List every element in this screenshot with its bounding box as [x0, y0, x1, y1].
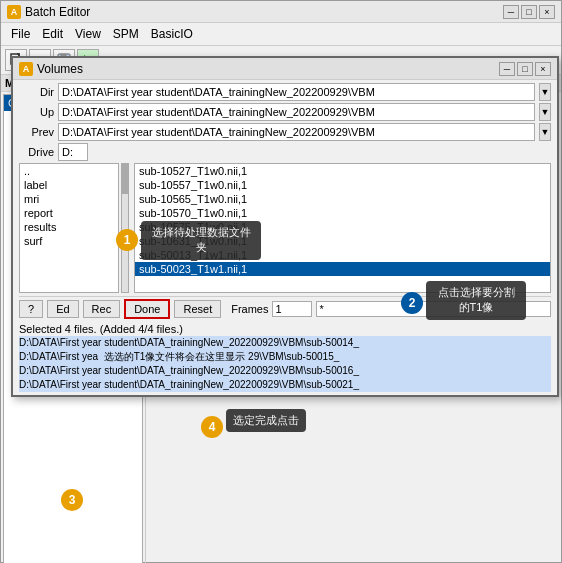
file-item-8[interactable]: sub-50023_T1w1.nii,1	[135, 262, 550, 276]
dir-tree-item-label[interactable]: label	[20, 178, 118, 192]
maximize-button[interactable]: □	[521, 5, 537, 19]
volumes-title-left: A Volumes	[19, 62, 83, 76]
volumes-maximize[interactable]: □	[517, 62, 533, 76]
annotation-circle-3: 3	[61, 489, 83, 511]
dir-tree-item-mri[interactable]: mri	[20, 192, 118, 206]
dir-label: Dir	[19, 86, 54, 98]
dir-tree-item-results[interactable]: results	[20, 220, 118, 234]
menu-edit[interactable]: Edit	[36, 25, 69, 43]
volumes-title: Volumes	[37, 62, 83, 76]
title-bar-left: A Batch Editor	[7, 5, 90, 19]
up-input[interactable]	[58, 103, 535, 121]
dir-row: Dir ▼	[19, 83, 551, 101]
dir-tree-panel: .. label mri report results surf	[19, 163, 119, 293]
close-button[interactable]: ×	[539, 5, 555, 19]
up-label: Up	[19, 106, 54, 118]
selected-files-area: Selected 4 files. (Added 4/4 files.) D:\…	[19, 323, 551, 392]
file-item-4[interactable]: sub-10570_T1w0.nii,1	[135, 206, 550, 220]
menu-spm[interactable]: SPM	[107, 25, 145, 43]
reset-button[interactable]: Reset	[174, 300, 221, 318]
window-controls: ─ □ ×	[503, 5, 555, 19]
file-item-2[interactable]: sub-10557_T1w0.nii,1	[135, 178, 550, 192]
annotation-circle-1: 1	[116, 229, 138, 251]
done-button[interactable]: Done	[124, 299, 170, 319]
drive-input[interactable]	[58, 143, 88, 161]
app-icon: A	[7, 5, 21, 19]
up-row: Up ▼	[19, 103, 551, 121]
prev-row: Prev ▼	[19, 123, 551, 141]
volumes-window: A Volumes ─ □ × Dir ▼ Up ▼	[11, 56, 559, 397]
dir-tree-item-report[interactable]: report	[20, 206, 118, 220]
prev-scroll[interactable]: ▼	[539, 123, 551, 141]
help-button[interactable]: ?	[19, 300, 43, 318]
file-item-3[interactable]: sub-10565_T1w0.nii,1	[135, 192, 550, 206]
volumes-close[interactable]: ×	[535, 62, 551, 76]
volumes-minimize[interactable]: ─	[499, 62, 515, 76]
menu-file[interactable]: File	[5, 25, 36, 43]
up-scroll[interactable]: ▼	[539, 103, 551, 121]
volumes-title-bar: A Volumes ─ □ ×	[13, 58, 557, 80]
drive-row: Drive	[19, 143, 551, 161]
volumes-icon: A	[19, 62, 33, 76]
file-item-1[interactable]: sub-10527_T1w0.nii,1	[135, 164, 550, 178]
annotation-1: 选择待处理数据文件夹	[141, 221, 261, 260]
menu-basicio[interactable]: BasicIO	[145, 25, 199, 43]
ed-button[interactable]: Ed	[47, 300, 78, 318]
file-path-2: D:\DATA\First yea 选选的T1像文件将会在这里显示 29\VBM…	[19, 350, 551, 364]
menubar: File Edit View SPM BasicIO	[1, 23, 561, 46]
frames-label: Frames	[231, 303, 268, 315]
file-path-3: D:\DATA\First year student\DATA_training…	[19, 364, 551, 378]
menu-view[interactable]: View	[69, 25, 107, 43]
batch-editor-window: A Batch Editor ─ □ × File Edit View SPM …	[0, 0, 562, 563]
dir-input[interactable]	[58, 83, 535, 101]
minimize-button[interactable]: ─	[503, 5, 519, 19]
selected-count: Selected 4 files. (Added 4/4 files.)	[19, 323, 551, 335]
volumes-window-controls: ─ □ ×	[499, 62, 551, 76]
title-bar: A Batch Editor ─ □ ×	[1, 1, 561, 23]
window-title: Batch Editor	[25, 5, 90, 19]
annotation-2: 点击选择要分割的T1像	[426, 281, 526, 320]
dir-scroll[interactable]: ▼	[539, 83, 551, 101]
frames-input[interactable]	[272, 301, 312, 317]
file-selection-area: .. label mri report results surf	[19, 163, 551, 293]
file-path-4: D:\DATA\First year student\DATA_training…	[19, 378, 551, 392]
drive-label: Drive	[19, 146, 54, 158]
rec-button[interactable]: Rec	[83, 300, 121, 318]
dir-tree-item-surf[interactable]: surf	[20, 234, 118, 248]
annotation-circle-4: 4	[201, 416, 223, 438]
dir-tree-item[interactable]: ..	[20, 164, 118, 178]
volumes-content: Dir ▼ Up ▼ Prev ▼ Drive	[13, 80, 557, 395]
file-path-1: D:\DATA\First year student\DATA_training…	[19, 336, 551, 350]
prev-input[interactable]	[58, 123, 535, 141]
annotation-4: 选定完成点击	[226, 409, 306, 432]
annotation-circle-2: 2	[401, 292, 423, 314]
prev-label: Prev	[19, 126, 54, 138]
